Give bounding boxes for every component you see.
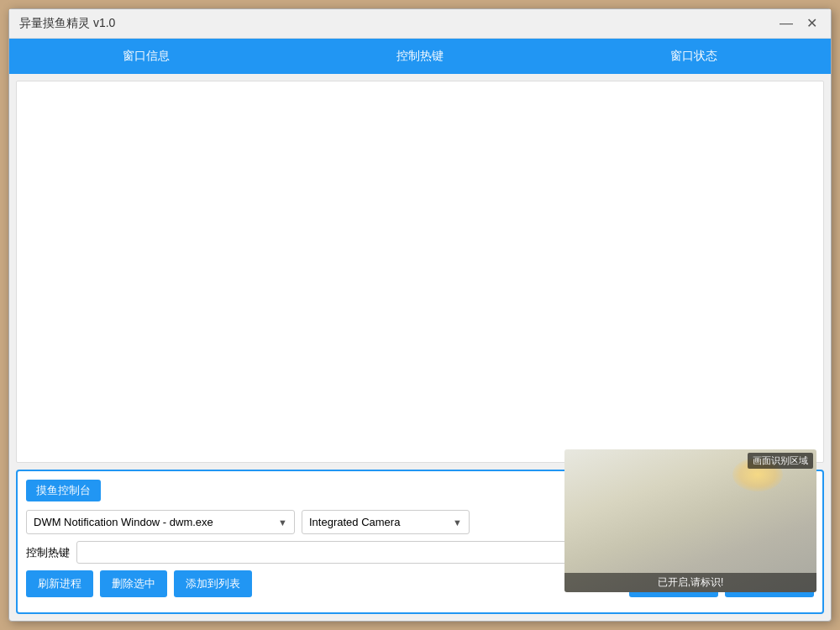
camera-dropdown-arrow: ▼ — [453, 517, 462, 528]
left-controls: DWM Notification Window - dwm.exe ▼ Inte… — [26, 510, 622, 604]
hotkey-row: 控制热键 — [26, 541, 622, 564]
tab-bar: 窗口信息 控制热键 窗口状态 — [9, 39, 831, 74]
window-title: 异量摸鱼精灵 v1.0 — [19, 16, 115, 31]
action-buttons-row: 刷新进程 删除选中 添加到列表 — [26, 570, 622, 597]
process-dropdown-value: DWM Notification Window - dwm.exe — [34, 516, 213, 528]
camera-preview-wrapper: 画面识别区域 已开启,请标识! — [564, 449, 816, 596]
hotkey-input[interactable] — [76, 541, 622, 564]
camera-dropdown-value: Integrated Camera — [309, 516, 400, 528]
title-controls: — ✕ — [776, 17, 821, 30]
camera-preview: 画面识别区域 已开启,请标识! — [564, 449, 816, 592]
camera-status: 已开启,请标识! — [564, 573, 816, 592]
add-to-list-button[interactable]: 添加到列表 — [174, 570, 252, 597]
content-area — [16, 81, 824, 463]
control-panel-title: 摸鱼控制台 — [26, 480, 101, 501]
title-bar: 异量摸鱼精灵 v1.0 — ✕ — [9, 9, 831, 39]
tab-hotkeys[interactable]: 控制热键 — [283, 39, 557, 74]
refresh-process-button[interactable]: 刷新进程 — [26, 570, 93, 597]
process-dropdown-arrow: ▼ — [278, 517, 287, 528]
process-dropdown[interactable]: DWM Notification Window - dwm.exe ▼ — [26, 510, 295, 534]
camera-dropdown[interactable]: Integrated Camera ▼ — [302, 510, 470, 534]
tab-window-info[interactable]: 窗口信息 — [9, 39, 283, 74]
tab-window-state[interactable]: 窗口状态 — [557, 39, 831, 74]
delete-selected-button[interactable]: 删除选中 — [100, 570, 167, 597]
minimize-button[interactable]: — — [776, 17, 796, 30]
close-button[interactable]: ✕ — [803, 17, 821, 30]
dropdown-row: DWM Notification Window - dwm.exe ▼ Inte… — [26, 510, 622, 534]
camera-area-label: 画面识别区域 — [748, 453, 813, 469]
hotkey-label: 控制热键 — [26, 545, 70, 560]
